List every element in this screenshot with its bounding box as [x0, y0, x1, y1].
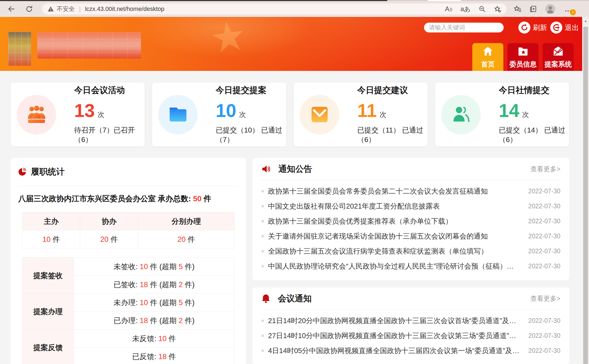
panel-title: 通知公告: [278, 163, 312, 175]
table-cell: 20 件: [80, 230, 138, 249]
meeting-link[interactable]: 27日14时10分中国政协网视频直播全国政协十三届三次会议第三场“委员通道”及闭…: [268, 331, 520, 341]
card-title: 今日会议活动: [74, 85, 145, 96]
bullet-dot: [262, 320, 264, 322]
card-suggestions-today[interactable]: 今日提交建议 11 次 已提交（11） 已通过（6）: [294, 83, 428, 146]
table-cell: 未签收: 10 件 (超期 5 件): [74, 258, 235, 276]
row-group-label: 提案反馈: [22, 330, 74, 364]
read-aloud-icon[interactable]: A)): [445, 5, 452, 13]
zoom-out-icon[interactable]: [479, 5, 486, 13]
notice-item: 全国政协十三届五次会议流行病学史筛查表和症状监测表（单位填写）2022-07-3…: [262, 244, 560, 259]
meeting-link[interactable]: 21日14时20分中国政协网视频直播全国政协十三届三次会议首场“委员通道”及开幕…: [268, 316, 520, 326]
browser-toolbar: 不安全 | lczx.43.00it.net/home/desktop A)) …: [0, 1, 589, 17]
nav-member-info-label: 委员信息: [509, 60, 537, 69]
bullet-dot: [262, 190, 264, 192]
bullet-dot: [262, 235, 264, 237]
bullet-dot: [262, 205, 264, 207]
card-unit: 次: [98, 110, 104, 119]
translate-icon[interactable]: aあ: [461, 5, 470, 13]
address-bar[interactable]: 不安全 | lczx.43.00it.net/home/desktop A)) …: [42, 4, 507, 14]
notices-more-link[interactable]: 查看更多>: [530, 165, 560, 173]
card-unit: 次: [380, 110, 386, 119]
table-cell: 已办理: 18 件 (超期 2 件): [74, 312, 235, 330]
favorites-icon[interactable]: [514, 5, 521, 13]
notice-link[interactable]: 政协第十三届全国委员会常务委员会第二十二次会议大会发言征稿通知: [268, 186, 520, 196]
notice-link[interactable]: 全国政协十三届五次会议流行病学史筛查表和症状监测表（单位填写）: [268, 246, 520, 256]
card-meetings-today[interactable]: 今日会议活动 13 次 待召开（7）已召开（6）: [11, 83, 145, 146]
meeting-people-icon: [25, 103, 48, 126]
table-cell: 10 件: [22, 230, 80, 249]
duty-statistics-panel: 履职统计 八届三次政协内江市东兴区委员会办公室 承办总数: 50 件 主办 协办…: [11, 158, 246, 364]
speaker-icon: [262, 164, 271, 174]
notice-list: 政协第十三届全国委员会常务委员会第二十二次会议大会发言征稿通知2022-07-3…: [262, 184, 560, 274]
page-scrollbar[interactable]: ▲: [582, 17, 589, 364]
collections-icon[interactable]: [530, 5, 537, 13]
notice-link[interactable]: 政协第十三届全国委员会优秀提案推荐表（承办单位下载）: [268, 216, 520, 226]
divider: |: [79, 5, 81, 13]
refresh-button[interactable]: 刷新: [518, 22, 547, 34]
reload-icon: [25, 5, 33, 13]
home-icon: [482, 45, 494, 57]
notice-link[interactable]: 关于邀请外国驻京记者现场采访全国政协十三届五次会议闭幕会的通知: [268, 231, 520, 241]
notice-date: 2022-07-30: [528, 218, 560, 225]
meeting-date: 2022-07-30: [528, 332, 560, 339]
add-favorite-icon[interactable]: [494, 5, 501, 13]
card-proposals-today[interactable]: 今日提交提案 10 次 已提交（10） 已通过（7）: [152, 83, 286, 146]
notice-panel: 通知公告 查看更多> 政协第十三届全国委员会常务委员会第二十二次会议大会发言征稿…: [253, 158, 569, 280]
meeting-date: 2022-07-30: [528, 317, 560, 324]
scrollbar-thumb[interactable]: [583, 27, 588, 364]
back-button[interactable]: [7, 4, 16, 14]
table-cell: 已反馈: 18 件: [74, 348, 235, 364]
meetings-more-link[interactable]: 查看更多>: [530, 294, 560, 303]
nav-home[interactable]: 首页: [472, 43, 503, 71]
profile-avatar[interactable]: [545, 4, 555, 14]
card-title: 今日提交提案: [216, 85, 286, 96]
meeting-item: 4日14时05分中国政协网视频直播全国政协十三届四次会议第一场“委员通道”及开幕…: [262, 343, 560, 358]
card-detail: 已提交（14） 已通过（6）: [499, 125, 569, 145]
star-decoration: ★: [207, 17, 250, 63]
meeting-list: 21日14时20分中国政协网视频直播全国政协十三届三次会议首场“委员通道”及开幕…: [262, 313, 560, 358]
notice-item: 政协第十三届全国委员会常务委员会第二十二次会议大会发言征稿通知2022-07-3…: [262, 184, 560, 199]
table-cell: 20 件: [138, 230, 234, 249]
meeting-link[interactable]: 4日14时05分中国政协网视频直播全国政协十三届四次会议第一场“委员通道”及开幕…: [268, 346, 520, 356]
table-cell: 未办理: 10 件 (超期 5 件): [74, 294, 235, 312]
reload-button[interactable]: [25, 4, 34, 14]
envelope-icon: [308, 103, 331, 126]
bullet-dot: [262, 350, 264, 352]
nav-proposal-system[interactable]: 提案系统: [543, 43, 574, 71]
notice-date: 2022-07-30: [528, 263, 560, 270]
scrollbar-up-arrow[interactable]: ▲: [582, 17, 589, 25]
row-group-label: 提案签收: [22, 258, 74, 294]
notice-date: 2022-07-30: [528, 233, 560, 240]
refresh-label: 刷新: [533, 23, 547, 32]
logout-button[interactable]: 退出: [550, 22, 579, 34]
card-title: 今日社情提交: [499, 85, 569, 96]
notice-link[interactable]: 中国人民政协理论研究会“人民政协与全过程人民民主”理论研讨会预（征稿）通知: [268, 261, 520, 271]
pie-chart-icon: [18, 167, 27, 176]
notice-item: 政协第十三届全国委员会优秀提案推荐表（承办单位下载）2022-07-30: [262, 214, 560, 229]
settings-more-button[interactable]: … ↑: [563, 5, 573, 13]
table-cell: 未反馈: 10 件: [74, 330, 235, 348]
duty-type-table: 主办 协办 分别办理 10 件 20 件 20 件: [22, 212, 235, 249]
folder-star-icon: [517, 45, 529, 57]
warning-icon: [47, 6, 54, 12]
card-unit: 次: [522, 110, 529, 119]
main-nav: 首页 委员信息 提案系统: [472, 43, 574, 71]
card-detail: 已提交（11） 已通过（6）: [357, 125, 428, 145]
meeting-notice-panel: 会议通知 查看更多> 21日14时20分中国政协网视频直播全国政协十三届三次会议…: [253, 287, 569, 364]
nav-home-label: 首页: [481, 60, 495, 69]
card-title: 今日提交建议: [357, 85, 428, 96]
card-social-today[interactable]: 今日社情提交 14 次 已提交（14） 已通过（6）: [435, 83, 569, 146]
notice-date: 2022-07-30: [528, 188, 560, 195]
search-input[interactable]: [429, 24, 507, 31]
nav-member-info[interactable]: 委员信息: [507, 43, 539, 71]
url-text: lczx.43.00it.net/home/desktop: [85, 5, 164, 13]
site-search[interactable]: [424, 23, 504, 32]
notice-date: 2022-07-30: [528, 203, 560, 210]
panel-title: 会议通知: [278, 293, 312, 304]
security-label: 不安全: [57, 5, 75, 13]
card-detail: 已提交（10） 已通过（7）: [216, 125, 286, 145]
column-header: 主办: [22, 212, 80, 230]
stat-cards: 今日会议活动 13 次 待召开（7）已召开（6） 今日提交提案 10 次 已提交…: [11, 83, 569, 146]
notice-link[interactable]: 中国文史出版社有限公司2021年度工资分配信息披露表: [268, 201, 520, 211]
card-value: 13: [74, 100, 95, 121]
